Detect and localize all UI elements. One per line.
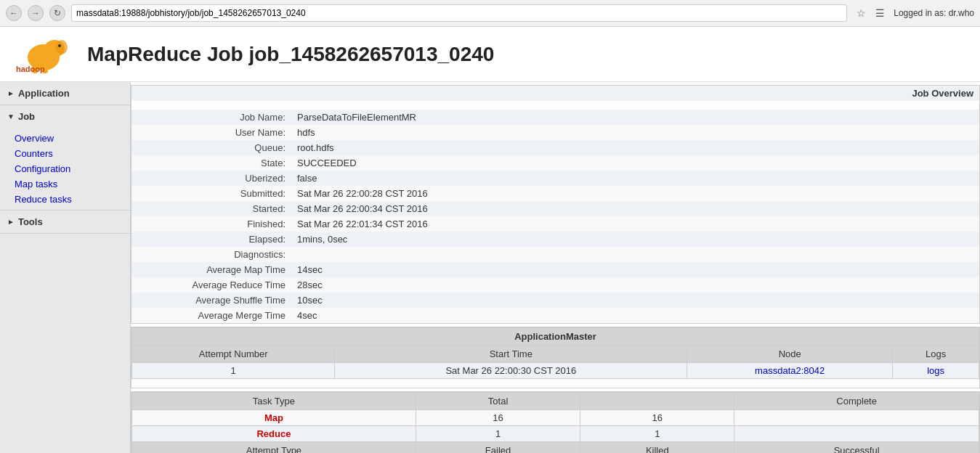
sidebar: ► Application ▼ Job Overview Counters Co… <box>0 82 131 453</box>
job-info-value: 14sec <box>291 262 979 277</box>
job-info-row: Started:Sat Mar 26 22:00:34 CST 2016 <box>131 201 979 216</box>
task-type-table: Task Type Total Complete Map 16 16 Reduc… <box>131 392 979 453</box>
sidebar-link-counters[interactable]: Counters <box>0 146 130 161</box>
am-node-link[interactable]: massdata2:8042 <box>755 365 825 376</box>
job-info-row: User Name:hdfs <box>131 125 979 140</box>
forward-button[interactable]: → <box>28 5 44 21</box>
job-info-row: Average Map Time14sec <box>131 262 979 277</box>
am-section-header-row: ApplicationMaster <box>132 328 979 346</box>
sidebar-link-reduce-tasks[interactable]: Reduce tasks <box>0 192 130 207</box>
application-master-section: ApplicationMaster Attempt Number Start T… <box>131 327 980 388</box>
job-info-value: 1mins, 0sec <box>291 232 979 247</box>
svg-point-2 <box>56 40 68 54</box>
job-info-row: Diagnostics: <box>131 247 979 262</box>
task-map-total: 16 <box>416 410 580 426</box>
sidebar-application-label: Application <box>18 88 70 99</box>
logged-in-text: Logged in as: dr.who <box>894 8 974 18</box>
tools-arrow-icon: ► <box>7 218 15 226</box>
job-info-label: Finished: <box>131 216 291 232</box>
job-arrow-icon: ▼ <box>7 113 15 121</box>
job-info-value: root.hdfs <box>291 140 979 155</box>
sidebar-application-header[interactable]: ► Application <box>0 82 130 105</box>
am-node: massdata2:8042 <box>687 363 893 379</box>
sidebar-tools-label: Tools <box>18 216 43 227</box>
map-link[interactable]: Map <box>264 412 283 423</box>
job-info-label: Average Merge Time <box>131 308 291 323</box>
sidebar-link-map-tasks[interactable]: Map tasks <box>0 176 130 192</box>
sidebar-link-overview[interactable]: Overview <box>0 131 130 146</box>
th-task-type: Task Type <box>132 393 416 410</box>
job-info-row: Submitted:Sat Mar 26 22:00:28 CST 2016 <box>131 186 979 201</box>
am-section-header: ApplicationMaster <box>132 328 979 346</box>
am-logs-link[interactable]: logs <box>927 365 944 376</box>
th-total2 <box>580 393 734 410</box>
th-failed: Failed <box>416 442 580 454</box>
job-info-label: Average Map Time <box>131 262 291 277</box>
am-columns-row: Attempt Number Start Time Node Logs <box>132 346 979 363</box>
sidebar-link-configuration[interactable]: Configuration <box>0 161 130 176</box>
attempt-header-row: Attempt Type Failed Killed Successful <box>132 442 979 454</box>
sidebar-job-label: Job <box>18 111 35 122</box>
am-col-logs: Logs <box>893 346 979 363</box>
job-info-value <box>291 247 979 262</box>
reduce-link[interactable]: Reduce <box>256 428 291 439</box>
task-summary-section: Task Type Total Complete Map 16 16 Reduc… <box>131 391 980 453</box>
sidebar-application-section: ► Application <box>0 82 130 105</box>
job-info-label: Started: <box>131 201 291 216</box>
job-info-value: Sat Mar 26 22:00:28 CST 2016 <box>291 186 979 201</box>
job-info-row: Uberized:false <box>131 171 979 186</box>
job-overview-header-row: Job Overview <box>131 86 979 101</box>
am-col-attempt: Attempt Number <box>132 346 335 363</box>
sidebar-tools-header[interactable]: ► Tools <box>0 211 130 233</box>
job-info-value: 4sec <box>291 308 979 323</box>
job-info-row: Queue:root.hdfs <box>131 140 979 155</box>
application-arrow-icon: ► <box>7 89 15 97</box>
job-info-table: Job Name:ParseDataToFileElementMRUser Na… <box>131 110 979 323</box>
th-successful: Successful <box>734 442 979 454</box>
back-button[interactable]: ← <box>6 5 22 21</box>
job-info-row: Elapsed:1mins, 0sec <box>131 232 979 247</box>
sidebar-job-header[interactable]: ▼ Job <box>0 105 130 128</box>
task-map-total2: 16 <box>580 410 734 426</box>
am-data-row: 1 Sat Mar 26 22:00:30 CST 2016 massdata2… <box>132 363 979 379</box>
job-info-label: Diagnostics: <box>131 247 291 262</box>
task-reduce-complete <box>734 426 979 442</box>
task-reduce-total2: 1 <box>580 426 734 442</box>
am-attempt-number: 1 <box>132 363 335 379</box>
svg-point-3 <box>58 44 61 47</box>
hadoop-logo: hadoop <box>15 34 73 74</box>
job-info-label: State: <box>131 155 291 171</box>
am-table: ApplicationMaster Attempt Number Start T… <box>131 327 979 379</box>
th-complete: Complete <box>734 393 979 410</box>
job-info-label: Queue: <box>131 140 291 155</box>
job-info-value: Sat Mar 26 22:01:34 CST 2016 <box>291 216 979 232</box>
app-header: hadoop MapReduce Job job_1458262657013_0… <box>0 27 980 82</box>
th-killed: Killed <box>580 442 734 454</box>
task-reduce-total: 1 <box>416 426 580 442</box>
job-info-value: false <box>291 171 979 186</box>
page-title: MapReduce Job job_1458262657013_0240 <box>87 43 494 66</box>
svg-text:hadoop: hadoop <box>16 65 45 73</box>
bookmark-button[interactable]: ☆ <box>853 5 869 21</box>
refresh-button[interactable]: ↻ <box>49 5 65 21</box>
job-overview-table: Job Overview <box>131 86 979 101</box>
job-info-value: Sat Mar 26 22:00:34 CST 2016 <box>291 201 979 216</box>
job-info-value: 10sec <box>291 293 979 308</box>
job-info-row: State:SUCCEEDED <box>131 155 979 171</box>
job-info-label: Uberized: <box>131 171 291 186</box>
url-bar[interactable] <box>71 4 847 22</box>
job-info-row: Average Merge Time4sec <box>131 308 979 323</box>
job-info-value: 28sec <box>291 277 979 293</box>
job-info-label: Job Name: <box>131 110 291 125</box>
job-overview-header: Job Overview <box>131 86 979 101</box>
task-type-header-row: Task Type Total Complete <box>132 393 979 410</box>
logo-area: hadoop <box>15 34 73 74</box>
am-start-time: Sat Mar 26 22:00:30 CST 2016 <box>335 363 687 379</box>
am-logs: logs <box>893 363 979 379</box>
menu-button[interactable]: ☰ <box>872 5 888 21</box>
job-info-row: Job Name:ParseDataToFileElementMR <box>131 110 979 125</box>
sidebar-job-links: Overview Counters Configuration Map task… <box>0 128 130 210</box>
job-info-row: Average Shuffle Time10sec <box>131 293 979 308</box>
job-info-label: User Name: <box>131 125 291 140</box>
job-info-row: Average Reduce Time28sec <box>131 277 979 293</box>
